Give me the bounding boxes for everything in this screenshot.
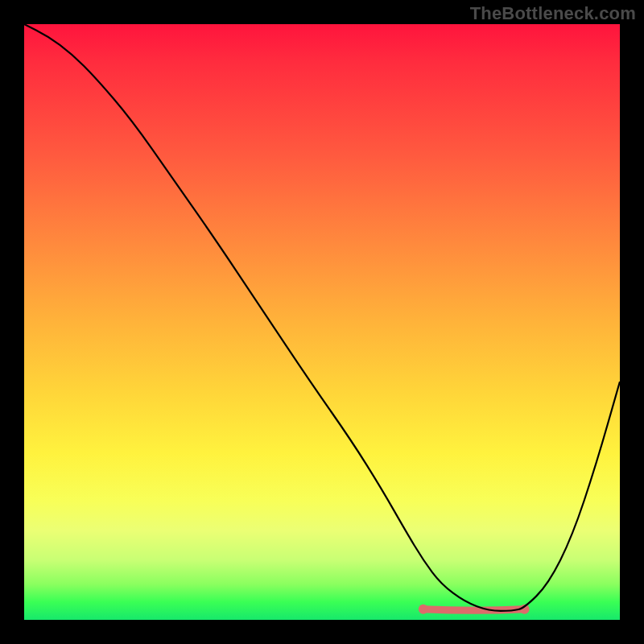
chart-svg [24,24,620,620]
chart-frame: TheBottleneck.com [0,0,644,644]
bottleneck-curve [24,24,620,611]
optimal-region-start-dot [419,605,428,614]
plot-area [24,24,620,620]
watermark-text: TheBottleneck.com [470,3,636,24]
